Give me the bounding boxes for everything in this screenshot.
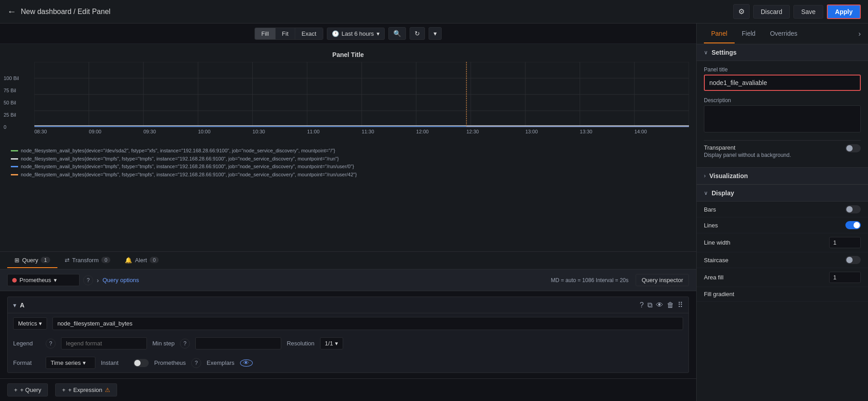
settings-button[interactable]: ⚙ [733, 4, 750, 19]
chart-legend: node_filesystem_avail_bytes{device="/dev… [0, 143, 696, 182]
add-expression-button[interactable]: + + Expression ⚠ [55, 383, 117, 396]
tab-transform[interactable]: ⇄ Transform 0 [57, 253, 118, 268]
display-section: ∨ Display Bars Lines Line width 1 2 [697, 184, 868, 302]
tab-alert[interactable]: 🔔 Alert 0 [118, 253, 166, 268]
exemplars-toggle[interactable]: 👁 [240, 359, 253, 367]
datasource-selector[interactable]: Prometheus ▾ [7, 274, 80, 286]
query-hide-button[interactable]: 👁 [656, 301, 663, 309]
svg-text:10:00: 10:00 [198, 129, 211, 134]
chart-svg: 08:30 09:00 09:30 10:00 10:30 11:00 11:3… [7, 62, 689, 143]
staircase-toggle[interactable] [845, 256, 861, 264]
minstep-info-button[interactable]: ? [180, 339, 190, 349]
fit-button[interactable]: Fit [276, 28, 295, 39]
staircase-label: Staircase [704, 257, 728, 264]
query-delete-button[interactable]: 🗑 [667, 301, 674, 309]
area-fill-label: Area fill [704, 274, 723, 281]
query-tabs: ⊞ Query 1 ⇄ Transform 0 🔔 Alert 0 [0, 251, 696, 269]
save-button[interactable]: Save [793, 5, 823, 19]
legend-label: Legend [13, 340, 40, 347]
line-width-select[interactable]: 1 2 3 [829, 237, 861, 248]
legend-row: Legend ? Min step ? Resolution 1/1 ▾ [8, 334, 689, 353]
query-drag-button[interactable]: ⠿ [678, 301, 683, 309]
format-row: Format Time series ▾ Instant Prometheus … [8, 353, 689, 373]
warning-icon: ⚠ [105, 387, 110, 393]
resolution-label: Resolution [287, 340, 314, 347]
settings-chevron-icon: ∨ [704, 49, 708, 56]
alert-icon: 🔔 [125, 257, 132, 264]
query-header: Prometheus ▾ ? › Query options MD = auto… [0, 269, 696, 291]
lines-label: Lines [704, 222, 718, 229]
prometheus-info-button[interactable]: ? [191, 358, 201, 368]
format-select[interactable]: Time series ▾ [46, 357, 95, 369]
metrics-input[interactable] [52, 317, 683, 330]
zoom-button[interactable]: 🔍 [388, 27, 406, 40]
metrics-row: Metrics ▾ [8, 313, 689, 334]
datasource-name: Prometheus [19, 277, 51, 283]
query-options-link[interactable]: Query options [103, 277, 139, 283]
transparent-label: Transparent [704, 144, 845, 151]
legend-info-button[interactable]: ? [46, 339, 56, 349]
arrow-icon: › [97, 277, 99, 284]
fill-button[interactable]: Fill [255, 28, 276, 39]
expand-panel-button[interactable]: › [859, 30, 861, 38]
add-query-button[interactable]: + + Query [7, 383, 48, 396]
resolution-select[interactable]: 1/1 ▾ [320, 337, 343, 349]
display-chevron-icon: ∨ [704, 190, 708, 196]
svg-text:09:00: 09:00 [89, 129, 102, 134]
topbar: ← New dashboard / Edit Panel ⚙ Discard S… [0, 0, 868, 24]
more-options-button[interactable]: ▾ [429, 27, 442, 40]
query-block-header: ▾ A ? ⧉ 👁 🗑 ⠿ [8, 297, 689, 313]
refresh-button[interactable]: ↻ [410, 27, 425, 40]
instant-toggle[interactable] [133, 359, 149, 367]
query-block-actions: ? ⧉ 👁 🗑 ⠿ [640, 301, 683, 309]
visualization-section-header[interactable]: › Visualization [697, 168, 868, 184]
settings-section-content: Panel title Description Transparent Disp… [697, 61, 868, 167]
time-range-picker[interactable]: 🕐 Last 6 hours ▾ [327, 28, 385, 40]
query-meta: MD = auto = 1086 Interval = 20s Query in… [551, 274, 689, 286]
area-fill-select[interactable]: 1 2 [829, 272, 861, 283]
tab-overrides[interactable]: Overrides [763, 24, 805, 43]
panel-title-input[interactable] [704, 75, 861, 91]
discard-button[interactable]: Discard [753, 5, 790, 19]
view-mode-group: Fill Fit Exact [255, 28, 323, 40]
description-label: Description [704, 97, 861, 104]
metrics-dropdown[interactable]: Metrics ▾ [13, 317, 47, 330]
panel-title-group: Panel title [704, 66, 861, 91]
legend-format-input[interactable] [61, 337, 147, 349]
line-width-row: Line width 1 2 3 [697, 233, 868, 252]
query-count-badge: 1 [41, 257, 50, 263]
bars-row: Bars [697, 202, 868, 217]
chart-container: Panel Title 100 Bil 75 Bil 50 Bil 25 Bil… [0, 44, 696, 251]
settings-section-header[interactable]: ∨ Settings [697, 44, 868, 61]
apply-button[interactable]: Apply [827, 5, 861, 19]
info-button[interactable]: ? [83, 275, 93, 285]
visualization-section-title: Visualization [709, 172, 748, 179]
exact-button[interactable]: Exact [295, 28, 323, 39]
bars-label: Bars [704, 206, 716, 213]
display-section-header[interactable]: ∨ Display [697, 185, 868, 202]
chevron-down-icon: ▾ [335, 340, 338, 347]
collapse-button[interactable]: ▾ [13, 302, 16, 309]
lines-toggle[interactable] [845, 221, 861, 229]
query-inspector-button[interactable]: Query inspector [636, 274, 689, 286]
minstep-input[interactable] [195, 337, 281, 349]
query-duplicate-button[interactable]: ⧉ [647, 301, 652, 309]
plus-icon-2: + [62, 387, 66, 393]
legend-color-3 [11, 166, 18, 167]
lines-row: Lines [697, 217, 868, 233]
clock-icon: 🕐 [332, 30, 339, 37]
tab-panel[interactable]: Panel [704, 24, 735, 43]
legend-color-4 [11, 174, 18, 175]
query-help-button[interactable]: ? [640, 301, 644, 309]
alert-count-badge: 0 [150, 257, 159, 263]
back-button[interactable]: ← [7, 6, 16, 17]
tab-query[interactable]: ⊞ Query 1 [7, 253, 57, 268]
bars-toggle[interactable] [845, 205, 861, 213]
transparent-row: Transparent Display panel without a back… [704, 140, 861, 162]
svg-text:12:00: 12:00 [416, 129, 429, 134]
legend-item-2: node_filesystem_avail_bytes{device="tmpf… [11, 155, 685, 163]
transparent-toggle[interactable] [845, 144, 861, 152]
format-label: Format [13, 359, 40, 366]
tab-field[interactable]: Field [735, 24, 763, 43]
description-textarea[interactable] [704, 105, 861, 132]
